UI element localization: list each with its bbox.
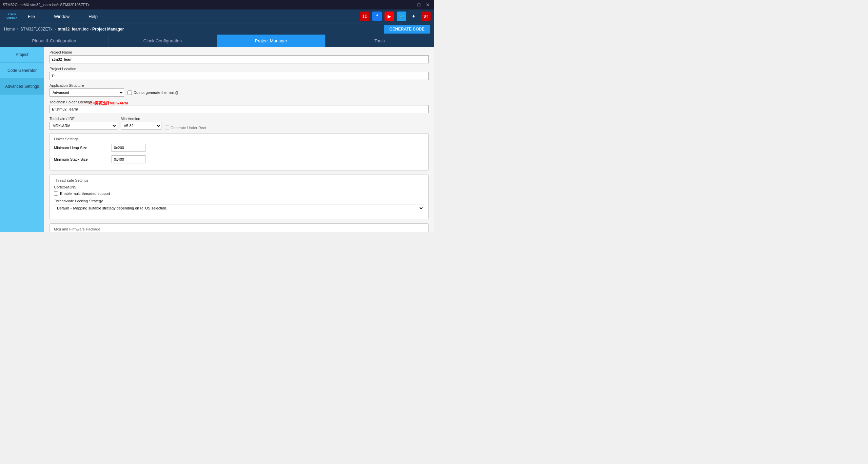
logo-line1: STM32 (6, 13, 17, 16)
enable-multithreaded-checkbox[interactable]: Enable multi-threaded support (54, 191, 424, 196)
sidebar-item-project[interactable]: Project (0, 47, 44, 63)
linker-settings-title: Linker Settings (54, 137, 424, 141)
application-structure-select[interactable]: Advanced (50, 88, 124, 97)
project-name-label: Project Name (50, 50, 429, 54)
st-icon[interactable]: ST (421, 12, 431, 21)
main-layout: Project Code Generator Advanced Settings… (0, 47, 434, 232)
breadcrumb: Home › STM32F103ZETx › stm32_learn.ioc -… (0, 23, 434, 35)
application-structure-label: Application Structure (50, 83, 429, 87)
breadcrumb-home[interactable]: Home (4, 27, 15, 32)
min-stack-input[interactable] (112, 155, 145, 163)
min-version-label: Min Version (121, 117, 161, 121)
menu-help[interactable]: Help (86, 13, 100, 20)
menu-bar: STM32 CubeMX File Window Help 10 f ▶ 🐦 ✦… (0, 9, 434, 23)
tab-project-manager[interactable]: Project Manager (217, 35, 326, 47)
title-text: STM32CubeMX stm32_learn.ioc*: STM32F103Z… (3, 3, 90, 7)
min-stack-label: Minimum Stack Size (54, 157, 108, 161)
toolchain-folder-group: Toolchain Folder Location ↓ keil需要选择MDK-… (50, 100, 429, 113)
toolchain-folder-label: Toolchain Folder Location (50, 100, 429, 104)
generate-under-root-checkbox (165, 125, 169, 130)
project-location-label: Project Location (50, 67, 429, 71)
sidebar-item-advanced-settings[interactable]: Advanced Settings (0, 79, 44, 95)
mcu-firmware-title: Mcu and Firmware Package (54, 227, 424, 231)
thread-safe-box: Thread-safe Settings Cortex-M3NS Enable … (50, 175, 429, 219)
toolchain-folder-input[interactable] (50, 105, 429, 113)
breadcrumb-project[interactable]: stm32_learn.ioc - Project Manager (58, 27, 124, 32)
generate-code-button[interactable]: GENERATE CODE (384, 25, 430, 34)
locking-strategy-label: Thread-safe Locking Strategy (54, 199, 424, 203)
logo-line2: CubeMX (6, 16, 17, 20)
do-not-generate-main-checkbox[interactable]: Do not generate the main() (127, 90, 178, 95)
content-area: Project Name Project Location Applicatio… (44, 47, 434, 232)
tab-bar: Pinout & Configuration Clock Configurati… (0, 35, 434, 47)
project-location-group: Project Location (50, 67, 429, 80)
breadcrumb-mcu[interactable]: STM32F103ZETx (20, 27, 53, 32)
youtube-icon[interactable]: ▶ (384, 12, 394, 21)
min-version-select[interactable]: V5.32 V5.30 (121, 122, 161, 130)
restore-button[interactable]: □ (416, 2, 422, 7)
tab-tools[interactable]: Tools (326, 35, 434, 47)
application-structure-group: Application Structure Advanced Do not ge… (50, 83, 429, 97)
icon-10[interactable]: 10 (360, 12, 370, 21)
cortex-label: Cortex-M3NS (54, 185, 424, 189)
project-name-input[interactable] (50, 55, 429, 63)
toolchain-ide-select[interactable]: MDK-ARM IAR STM32CubeIDE (50, 122, 117, 130)
menu-file[interactable]: File (25, 13, 38, 20)
sidebar-item-code-generator[interactable]: Code Generator (0, 63, 44, 79)
project-name-group: Project Name (50, 50, 429, 63)
generate-under-root-group: Generate Under Root (165, 125, 206, 130)
thread-safe-title: Thread-safe Settings (54, 178, 424, 182)
toolchain-ide-group: Toolchain / IDE MDK-ARM IAR STM32CubeIDE… (50, 117, 429, 130)
twitter-icon[interactable]: 🐦 (397, 12, 406, 21)
menu-window[interactable]: Window (51, 13, 72, 20)
locking-strategy-select[interactable]: Default − Mapping suitable strategy depe… (54, 204, 424, 212)
toolchain-ide-label: Toolchain / IDE (50, 117, 117, 121)
network-icon[interactable]: ✦ (409, 12, 418, 21)
linker-settings-box: Linker Settings Minimum Heap Size Minimu… (50, 133, 429, 170)
sidebar: Project Code Generator Advanced Settings (0, 47, 44, 232)
min-stack-group: Minimum Stack Size (54, 155, 424, 163)
title-bar: STM32CubeMX stm32_learn.ioc*: STM32F103Z… (0, 0, 434, 9)
minimize-button[interactable]: ─ (408, 2, 414, 7)
min-heap-group: Minimum Heap Size (54, 144, 424, 152)
project-location-input[interactable] (50, 72, 429, 80)
logo: STM32 CubeMX (3, 10, 20, 22)
min-heap-label: Minimum Heap Size (54, 146, 108, 150)
facebook-icon[interactable]: f (372, 12, 382, 21)
min-heap-input[interactable] (112, 144, 145, 152)
mcu-firmware-box: Mcu and Firmware Package Mcu Reference F… (50, 223, 429, 232)
tab-pinout[interactable]: Pinout & Configuration (0, 35, 108, 47)
tab-clock[interactable]: Clock Configuration (108, 35, 217, 47)
enable-multithreaded-group: Enable multi-threaded support (54, 191, 424, 196)
locking-strategy-group: Thread-safe Locking Strategy Default − M… (54, 199, 424, 212)
close-button[interactable]: ✕ (425, 2, 431, 7)
